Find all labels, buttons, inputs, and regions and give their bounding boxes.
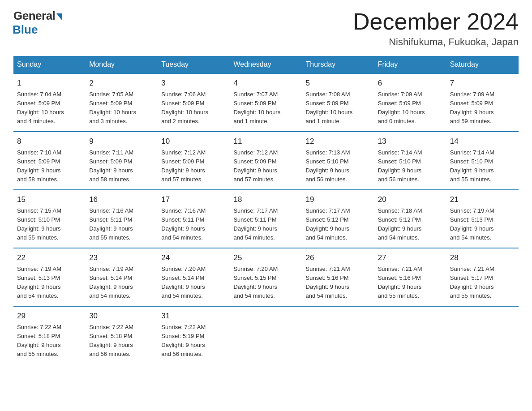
day-info: Sunrise: 7:09 AMSunset: 5:09 PMDaylight:… (378, 90, 443, 126)
day-info: Sunrise: 7:19 AMSunset: 5:13 PMDaylight:… (17, 265, 82, 301)
calendar-header-saturday: Saturday (446, 56, 519, 73)
day-info: Sunrise: 7:04 AMSunset: 5:09 PMDaylight:… (17, 90, 82, 126)
calendar-day-cell: 24Sunrise: 7:20 AMSunset: 5:14 PMDayligh… (158, 248, 230, 306)
day-number: 21 (450, 194, 515, 206)
calendar-header-thursday: Thursday (302, 56, 374, 73)
calendar-day-cell: 25Sunrise: 7:20 AMSunset: 5:15 PMDayligh… (230, 248, 302, 306)
day-info: Sunrise: 7:05 AMSunset: 5:09 PMDaylight:… (89, 90, 154, 126)
day-number: 23 (89, 252, 154, 264)
page-header: General Blue December 2024 Nishifukuma, … (13, 9, 519, 48)
calendar-day-cell: 30Sunrise: 7:22 AMSunset: 5:18 PMDayligh… (86, 306, 158, 364)
day-number: 16 (89, 194, 154, 206)
calendar-week-row: 8Sunrise: 7:10 AMSunset: 5:09 PMDaylight… (13, 132, 519, 190)
day-info: Sunrise: 7:21 AMSunset: 5:16 PMDaylight:… (378, 265, 443, 301)
calendar-day-cell (446, 306, 519, 364)
calendar-day-cell: 17Sunrise: 7:16 AMSunset: 5:11 PMDayligh… (158, 190, 230, 248)
day-number: 31 (161, 310, 226, 322)
day-info: Sunrise: 7:22 AMSunset: 5:18 PMDaylight:… (89, 323, 154, 359)
day-number: 25 (233, 252, 298, 264)
day-info: Sunrise: 7:12 AMSunset: 5:09 PMDaylight:… (161, 148, 226, 184)
calendar-day-cell: 29Sunrise: 7:22 AMSunset: 5:18 PMDayligh… (13, 306, 86, 364)
day-info: Sunrise: 7:06 AMSunset: 5:09 PMDaylight:… (161, 90, 226, 126)
calendar-day-cell: 18Sunrise: 7:17 AMSunset: 5:11 PMDayligh… (230, 190, 302, 248)
calendar-day-cell: 23Sunrise: 7:19 AMSunset: 5:14 PMDayligh… (86, 248, 158, 306)
day-info: Sunrise: 7:17 AMSunset: 5:12 PMDaylight:… (306, 206, 371, 243)
calendar-day-cell: 9Sunrise: 7:11 AMSunset: 5:09 PMDaylight… (86, 132, 158, 190)
calendar-table: SundayMondayTuesdayWednesdayThursdayFrid… (13, 56, 519, 364)
day-number: 5 (306, 77, 371, 89)
day-info: Sunrise: 7:12 AMSunset: 5:09 PMDaylight:… (233, 148, 298, 184)
day-number: 17 (161, 194, 226, 206)
day-number: 6 (378, 77, 443, 89)
day-info: Sunrise: 7:08 AMSunset: 5:09 PMDaylight:… (306, 90, 371, 126)
day-info: Sunrise: 7:09 AMSunset: 5:09 PMDaylight:… (450, 90, 515, 126)
calendar-header-tuesday: Tuesday (158, 56, 230, 73)
day-info: Sunrise: 7:18 AMSunset: 5:12 PMDaylight:… (378, 206, 443, 243)
day-info: Sunrise: 7:22 AMSunset: 5:19 PMDaylight:… (161, 323, 226, 359)
day-info: Sunrise: 7:19 AMSunset: 5:14 PMDaylight:… (89, 265, 154, 301)
day-number: 2 (89, 77, 154, 89)
location-title: Nishifukuma, Fukuoka, Japan (353, 36, 519, 48)
day-info: Sunrise: 7:19 AMSunset: 5:13 PMDaylight:… (450, 206, 515, 243)
month-title: December 2024 (353, 9, 519, 34)
calendar-week-row: 22Sunrise: 7:19 AMSunset: 5:13 PMDayligh… (13, 248, 519, 306)
day-number: 14 (450, 136, 515, 147)
day-info: Sunrise: 7:13 AMSunset: 5:10 PMDaylight:… (306, 148, 371, 184)
calendar-day-cell: 14Sunrise: 7:14 AMSunset: 5:10 PMDayligh… (446, 132, 519, 190)
calendar-day-cell: 7Sunrise: 7:09 AMSunset: 5:09 PMDaylight… (446, 73, 519, 132)
calendar-header-row: SundayMondayTuesdayWednesdayThursdayFrid… (13, 56, 519, 73)
day-info: Sunrise: 7:22 AMSunset: 5:18 PMDaylight:… (17, 323, 82, 359)
day-number: 20 (378, 194, 443, 206)
day-number: 29 (17, 310, 82, 322)
day-number: 28 (450, 252, 515, 264)
day-number: 30 (89, 310, 154, 322)
calendar-day-cell: 21Sunrise: 7:19 AMSunset: 5:13 PMDayligh… (446, 190, 519, 248)
calendar-day-cell: 15Sunrise: 7:15 AMSunset: 5:10 PMDayligh… (13, 190, 86, 248)
calendar-day-cell: 2Sunrise: 7:05 AMSunset: 5:09 PMDaylight… (86, 73, 158, 132)
day-info: Sunrise: 7:07 AMSunset: 5:09 PMDaylight:… (233, 90, 298, 126)
day-info: Sunrise: 7:15 AMSunset: 5:10 PMDaylight:… (17, 206, 82, 243)
day-number: 18 (233, 194, 298, 206)
day-number: 13 (378, 136, 443, 147)
day-number: 26 (306, 252, 371, 264)
day-info: Sunrise: 7:11 AMSunset: 5:09 PMDaylight:… (89, 148, 154, 184)
day-number: 27 (378, 252, 443, 264)
calendar-header-monday: Monday (86, 56, 158, 73)
day-info: Sunrise: 7:21 AMSunset: 5:17 PMDaylight:… (450, 265, 515, 301)
day-number: 12 (306, 136, 371, 147)
logo-blue-text: Blue (13, 23, 38, 37)
title-block: December 2024 Nishifukuma, Fukuoka, Japa… (353, 9, 519, 48)
calendar-week-row: 1Sunrise: 7:04 AMSunset: 5:09 PMDaylight… (13, 73, 519, 132)
calendar-day-cell: 27Sunrise: 7:21 AMSunset: 5:16 PMDayligh… (374, 248, 446, 306)
day-number: 3 (161, 77, 226, 89)
calendar-day-cell: 5Sunrise: 7:08 AMSunset: 5:09 PMDaylight… (302, 73, 374, 132)
day-info: Sunrise: 7:20 AMSunset: 5:14 PMDaylight:… (161, 265, 226, 301)
day-number: 9 (89, 136, 154, 147)
day-info: Sunrise: 7:16 AMSunset: 5:11 PMDaylight:… (89, 206, 154, 243)
calendar-week-row: 15Sunrise: 7:15 AMSunset: 5:10 PMDayligh… (13, 190, 519, 248)
calendar-day-cell (374, 306, 446, 364)
calendar-day-cell: 22Sunrise: 7:19 AMSunset: 5:13 PMDayligh… (13, 248, 86, 306)
calendar-day-cell: 20Sunrise: 7:18 AMSunset: 5:12 PMDayligh… (374, 190, 446, 248)
calendar-day-cell: 26Sunrise: 7:21 AMSunset: 5:16 PMDayligh… (302, 248, 374, 306)
day-number: 19 (306, 194, 371, 206)
calendar-day-cell: 6Sunrise: 7:09 AMSunset: 5:09 PMDaylight… (374, 73, 446, 132)
calendar-day-cell: 16Sunrise: 7:16 AMSunset: 5:11 PMDayligh… (86, 190, 158, 248)
logo: General Blue (13, 9, 62, 37)
day-info: Sunrise: 7:14 AMSunset: 5:10 PMDaylight:… (450, 148, 515, 184)
day-info: Sunrise: 7:17 AMSunset: 5:11 PMDaylight:… (233, 206, 298, 243)
day-info: Sunrise: 7:16 AMSunset: 5:11 PMDaylight:… (161, 206, 226, 243)
day-info: Sunrise: 7:20 AMSunset: 5:15 PMDaylight:… (233, 265, 298, 301)
day-number: 8 (17, 136, 82, 147)
day-number: 1 (17, 77, 82, 89)
day-number: 24 (161, 252, 226, 264)
day-number: 15 (17, 194, 82, 206)
calendar-day-cell: 8Sunrise: 7:10 AMSunset: 5:09 PMDaylight… (13, 132, 86, 190)
day-info: Sunrise: 7:21 AMSunset: 5:16 PMDaylight:… (306, 265, 371, 301)
calendar-day-cell (302, 306, 374, 364)
calendar-header-wednesday: Wednesday (230, 56, 302, 73)
calendar-header-friday: Friday (374, 56, 446, 73)
day-info: Sunrise: 7:14 AMSunset: 5:10 PMDaylight:… (378, 148, 443, 184)
calendar-day-cell: 28Sunrise: 7:21 AMSunset: 5:17 PMDayligh… (446, 248, 519, 306)
logo-arrow-icon (56, 13, 62, 21)
